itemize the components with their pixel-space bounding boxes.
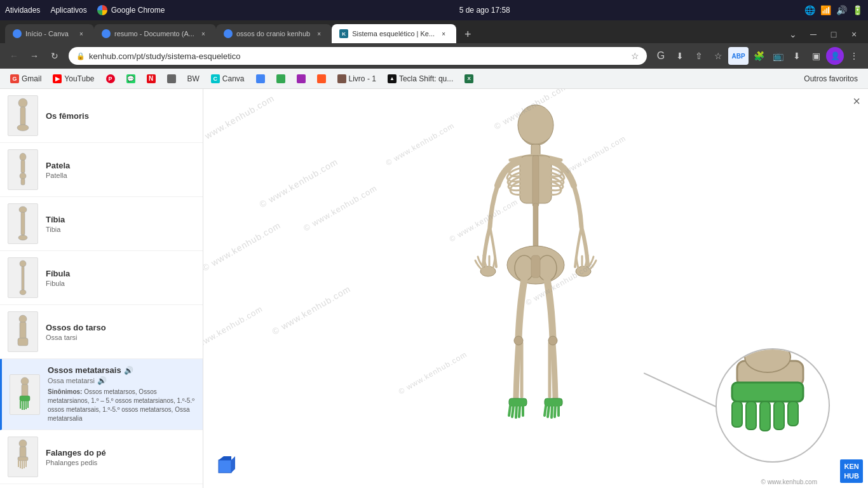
tab-favicon-sistema: K <box>339 29 348 38</box>
sidebar-item-falanges[interactable]: Falanges do pé Phalanges pedis <box>0 430 203 484</box>
bookmark-misc5[interactable] <box>312 73 331 85</box>
sidebar-subtitle-patela: Patella <box>46 172 195 179</box>
bookmark-bw[interactable]: BW <box>182 73 205 85</box>
svg-rect-15 <box>18 338 28 346</box>
sidebar-item-tarso[interactable]: Ossos do tarso Ossa tarsi <box>0 305 203 359</box>
taskbar-aplicativos[interactable]: Aplicativos <box>50 6 86 15</box>
bookmark-favicon-misc4 <box>297 74 306 83</box>
bookmark-livro[interactable]: Livro - 1 <box>332 73 381 85</box>
forward-button[interactable]: → <box>25 47 43 65</box>
profile-btn[interactable]: 👤 <box>826 47 844 65</box>
maximize-button[interactable]: □ <box>825 25 843 43</box>
bookmark-youtube[interactable]: ▶ YouTube <box>48 73 99 85</box>
bookmark-whatsapp[interactable]: 💬 <box>121 73 140 85</box>
abp-extension-btn[interactable]: ABP <box>728 47 749 65</box>
bookmark-favicon-livro <box>337 74 346 83</box>
taskbar-atividades[interactable]: Atividades <box>5 6 40 15</box>
bookmark-favicon-tecla: ▲ <box>388 74 397 83</box>
share-btn[interactable]: ⇧ <box>690 47 708 65</box>
sidebar-item-metatarsais[interactable]: Ossos metatarsais 🔊 Ossa metatarsi 🔊 Sin… <box>0 359 203 430</box>
sidebar-text-metatarsais: Ossos metatarsais 🔊 Ossa metatarsi 🔊 Sin… <box>48 365 195 423</box>
tab-close-sistema[interactable]: × <box>438 29 449 39</box>
tab-close-resumo[interactable]: × <box>198 29 208 39</box>
sidebar-item-patela[interactable]: Patela Patella <box>0 143 203 197</box>
kenhub-logo: KEN HUB <box>840 459 863 483</box>
bookmark-misc3[interactable] <box>271 73 290 85</box>
puzzle-btn[interactable]: 🧩 <box>750 47 768 65</box>
skeleton-thumbnail-fibula <box>11 260 34 295</box>
bookmark-label-livro: Livro - 1 <box>349 74 376 83</box>
skeleton-thumbnail-tibia <box>11 206 34 241</box>
bookmark-pinterest[interactable]: P <box>101 73 120 85</box>
bookmark-favicon-netflix: N <box>147 74 156 83</box>
bookmark-netflix[interactable]: N <box>142 73 161 85</box>
sidebar-item-femur[interactable]: Os fêmoris <box>0 89 203 143</box>
taskbar-chrome[interactable]: Google Chrome <box>97 5 165 15</box>
bookmark-misc4[interactable] <box>292 73 311 85</box>
close-viewer-button[interactable]: × <box>853 94 860 109</box>
url-bar[interactable]: 🔒 kenhub.com/pt/study/sistema-esqueletic… <box>69 47 647 65</box>
save-btn[interactable]: ⬇ <box>788 47 806 65</box>
address-actions: G ⬇ ⇧ ☆ ABP 🧩 📺 ⬇ ▣ 👤 ⋮ <box>652 47 863 65</box>
sidebar-subtitle-fibula: Fibula <box>46 280 195 287</box>
website-text: © www.kenhub.com <box>761 478 817 485</box>
new-tab-button[interactable]: + <box>459 25 477 43</box>
sidebar-subtitle-falanges: Phalanges pedis <box>46 459 195 466</box>
volume-icon: 🔊 <box>836 5 847 15</box>
thumbnail-tibia <box>8 203 38 244</box>
bookmark-canva[interactable]: C Canva <box>206 73 250 85</box>
audio-icon-title[interactable]: 🔊 <box>124 366 133 375</box>
zoom-cube[interactable] <box>211 452 236 480</box>
bookmark-misc1[interactable] <box>162 73 181 85</box>
sidebar-btn[interactable]: ▣ <box>807 47 825 65</box>
window-close-button[interactable]: × <box>845 25 863 43</box>
svg-point-3 <box>20 153 26 161</box>
tab-resumo[interactable]: resumo - Documento (A... × <box>94 24 216 43</box>
sidebar-item-tibia[interactable]: Tíbia Tibia <box>0 197 203 251</box>
sidebar-subtitle-tibia: Tibia <box>46 226 195 233</box>
lock-icon: 🔒 <box>76 52 85 60</box>
viewer: × © www.kenhub.com © www.kenhub.com © ww… <box>203 89 868 488</box>
svg-line-50 <box>545 406 546 416</box>
svg-rect-25 <box>20 447 26 458</box>
tab-ossos[interactable]: ossos do cranio kenhub × <box>216 24 332 43</box>
thumbnail-falanges <box>8 437 38 477</box>
svg-rect-11 <box>22 266 24 290</box>
download-btn[interactable]: ⬇ <box>671 47 689 65</box>
bookmark-tecla[interactable]: ▲ Tecla Shift: qu... <box>383 73 458 85</box>
taskbar-status: 🌐 📶 🔊 🔋 <box>804 5 863 15</box>
sidebar-title-tarso: Ossos do tarso <box>46 323 195 332</box>
svg-rect-60 <box>746 402 756 430</box>
bookmark-more[interactable]: Outros favoritos <box>799 73 863 85</box>
sidebar-synonyms-metatarsais: Sinônimos: Ossos metatarsos, Ossos metat… <box>48 388 195 423</box>
menu-btn[interactable]: ⋮ <box>845 47 863 65</box>
sidebar-item-fibula[interactable]: Fíbula Fibula <box>0 251 203 305</box>
reload-button[interactable]: ↻ <box>46 47 64 65</box>
minimize-button[interactable]: ─ <box>804 25 822 43</box>
bookmark-gmail[interactable]: G Gmail <box>5 73 46 85</box>
tab-close-ossos[interactable]: × <box>314 29 324 39</box>
svg-marker-66 <box>219 456 231 460</box>
svg-rect-58 <box>732 383 803 402</box>
taskbar-datetime: 5 de ago 17:58 <box>459 6 510 15</box>
svg-rect-59 <box>732 402 742 427</box>
cast-btn[interactable]: 📺 <box>769 47 787 65</box>
back-button[interactable]: ← <box>5 47 23 65</box>
svg-point-55 <box>514 336 523 345</box>
bookmark-favicon-misc5 <box>317 74 326 83</box>
audio-icon-subtitle[interactable]: 🔊 <box>97 376 107 385</box>
svg-rect-8 <box>21 212 25 235</box>
tab-close-canva[interactable]: × <box>76 29 86 39</box>
bookmark-misc2[interactable] <box>251 73 270 85</box>
skeleton-thumbnail-tarso <box>11 314 34 349</box>
bookmark-favicon-misc3 <box>276 74 285 83</box>
tab-title-sistema: Sistema esquelético | Ke... <box>352 30 435 37</box>
google-account-btn[interactable]: G <box>652 47 670 65</box>
bookmark-excel[interactable]: X <box>459 73 478 85</box>
tab-dropdown-button[interactable]: ⌄ <box>784 25 802 43</box>
svg-point-13 <box>19 315 27 323</box>
bookmark-star-icon[interactable]: ☆ <box>631 51 639 61</box>
tab-canva[interactable]: Início - Canva × <box>5 24 94 43</box>
tab-sistema[interactable]: K Sistema esquelético | Ke... × <box>332 24 456 43</box>
star-btn[interactable]: ☆ <box>709 47 727 65</box>
